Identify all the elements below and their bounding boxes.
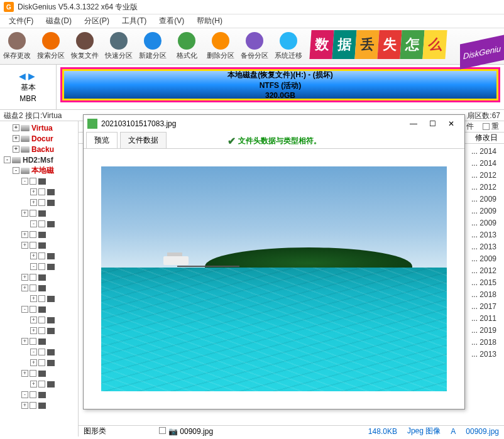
minimize-button[interactable]: —	[404, 116, 423, 131]
tool-format[interactable]: 格式化	[170, 30, 204, 63]
menu-help[interactable]: 帮助(H)	[190, 14, 229, 28]
tree-subitem[interactable]: +	[0, 208, 78, 219]
checkbox-icon[interactable]	[30, 338, 36, 345]
tree-item-docur[interactable]: +Docur	[0, 133, 78, 144]
menu-view[interactable]: 查看(V)	[153, 14, 190, 28]
preview-title-bar[interactable]: 202103101517083.jpg — ☐ ✕	[84, 115, 464, 133]
tree-subitem[interactable]: +	[0, 336, 78, 347]
tree-subitem[interactable]: +	[0, 315, 78, 325]
file-row-selected[interactable]: 图形类 📷 00909.jpg 148.0KB Jpeg 图像 A 00909.…	[79, 425, 504, 436]
tree-item-local[interactable]: -本地磁	[0, 165, 78, 176]
checkbox-icon[interactable]	[30, 242, 36, 249]
expand-icon[interactable]: +	[30, 295, 37, 302]
col-ext[interactable]: 件	[466, 121, 474, 132]
checkbox-icon[interactable]	[30, 306, 36, 313]
tree-subitem[interactable]: -	[0, 304, 78, 315]
expand-icon[interactable]: +	[30, 188, 37, 195]
tree-item-virtua[interactable]: +Virtua	[0, 122, 78, 133]
collapse-icon[interactable]: -	[13, 167, 19, 174]
expand-icon[interactable]: +	[30, 199, 37, 206]
collapse-icon[interactable]: -	[4, 156, 11, 163]
expand-icon[interactable]: +	[21, 210, 28, 217]
expand-icon[interactable]: +	[21, 242, 28, 249]
tree-subitem[interactable]: +	[0, 272, 78, 283]
tree-subitem[interactable]: +	[0, 357, 78, 368]
tab-file-data[interactable]: 文件数据	[120, 132, 167, 148]
tree-item-backu[interactable]: +Backu	[0, 144, 78, 154]
tree-subitem[interactable]: -	[0, 389, 78, 400]
tree-subitem[interactable]: +	[0, 368, 78, 379]
checkbox-icon[interactable]	[30, 178, 36, 185]
disk-graph[interactable]: 本地磁盘(恢复文件)(H:) - (损坏) NTFS (活动) 320.0GB	[57, 65, 504, 109]
expand-icon[interactable]: +	[30, 381, 37, 388]
tree-subitem[interactable]: -	[0, 219, 78, 229]
checkbox-icon[interactable]	[38, 199, 45, 206]
tool-search[interactable]: 搜索分区	[34, 30, 68, 63]
expand-icon[interactable]: -	[21, 178, 28, 185]
tree-subitem[interactable]: +	[0, 283, 78, 293]
expand-icon[interactable]: +	[30, 359, 37, 366]
expand-icon[interactable]: +	[21, 285, 28, 291]
tree-subitem[interactable]: +	[0, 293, 78, 304]
menu-partition[interactable]: 分区(P)	[78, 14, 116, 28]
checkbox-icon[interactable]	[159, 427, 166, 434]
tool-recover[interactable]: 恢复文件	[68, 30, 102, 63]
tool-quick[interactable]: 快速分区	[102, 30, 136, 63]
menu-tools[interactable]: 工具(T)	[116, 14, 153, 28]
checkbox-icon[interactable]	[30, 210, 36, 217]
checkbox-icon[interactable]	[38, 327, 45, 334]
tool-migrate[interactable]: 系统迁移	[271, 30, 305, 63]
expand-icon[interactable]: +	[30, 317, 37, 323]
nav-arrows-icon[interactable]: ◀▶	[19, 71, 38, 81]
tree-item-hd2[interactable]: -HD2:Msf	[0, 154, 78, 165]
expand-icon[interactable]: +	[21, 338, 28, 345]
menu-file[interactable]: 文件(F)	[3, 14, 40, 28]
tool-backup[interactable]: 备份分区	[238, 30, 271, 63]
tool-new[interactable]: 新建分区	[136, 30, 170, 63]
expand-icon[interactable]: +	[21, 370, 28, 377]
partition-bar[interactable]: 本地磁盘(恢复文件)(H:) - (损坏) NTFS (活动) 320.0GB	[60, 67, 500, 102]
checkbox-icon[interactable]	[30, 274, 36, 281]
tree-subitem[interactable]: +	[0, 197, 78, 208]
tree-subitem[interactable]: +	[0, 325, 78, 336]
tree-subitem[interactable]: +	[0, 229, 78, 240]
checkbox-icon[interactable]	[38, 295, 45, 302]
tree-subitem[interactable]: +	[0, 379, 78, 389]
checkbox-icon[interactable]	[38, 188, 45, 195]
checkbox-icon[interactable]	[30, 370, 36, 377]
tree-subitem[interactable]: -	[0, 347, 78, 357]
checkbox-icon[interactable]	[38, 359, 45, 366]
tree-view[interactable]: +Virtua +Docur +Backu -HD2:Msf -本地磁 -+++…	[0, 121, 79, 436]
checkbox-icon[interactable]	[30, 391, 36, 398]
checkbox-icon[interactable]	[30, 231, 36, 238]
expand-icon[interactable]: +	[21, 231, 28, 238]
tool-delete[interactable]: 删除分区	[204, 30, 238, 63]
expand-icon[interactable]: -	[30, 349, 37, 355]
expand-icon[interactable]: -	[21, 306, 28, 313]
checkbox-icon[interactable]	[483, 123, 490, 130]
tree-subitem[interactable]: -	[0, 176, 78, 187]
tree-subitem[interactable]: +	[0, 251, 78, 261]
checkbox-icon[interactable]	[30, 402, 36, 409]
tree-subitem[interactable]: -	[0, 261, 78, 272]
tab-preview[interactable]: 预览	[86, 132, 118, 148]
tree-subitem[interactable]: +	[0, 240, 78, 251]
checkbox-icon[interactable]	[38, 349, 45, 355]
checkbox-icon[interactable]	[38, 220, 45, 227]
expand-icon[interactable]: -	[30, 263, 37, 270]
expand-icon[interactable]: +	[21, 402, 28, 409]
maximize-button[interactable]: ☐	[423, 116, 442, 131]
tree-subitem[interactable]: +	[0, 187, 78, 197]
expand-icon[interactable]: +	[13, 146, 19, 153]
tool-save[interactable]: 保存更改	[0, 30, 34, 63]
expand-icon[interactable]: +	[13, 135, 19, 142]
expand-icon[interactable]: -	[21, 391, 28, 398]
checkbox-icon[interactable]	[38, 381, 45, 388]
expand-icon[interactable]: +	[30, 327, 37, 334]
tree-subitem[interactable]: +	[0, 400, 78, 411]
menu-disk[interactable]: 磁盘(D)	[40, 14, 78, 28]
col-dup[interactable]: 重	[483, 121, 499, 132]
expand-icon[interactable]: +	[13, 124, 19, 131]
expand-icon[interactable]: -	[30, 220, 37, 227]
checkbox-icon[interactable]	[30, 285, 36, 291]
